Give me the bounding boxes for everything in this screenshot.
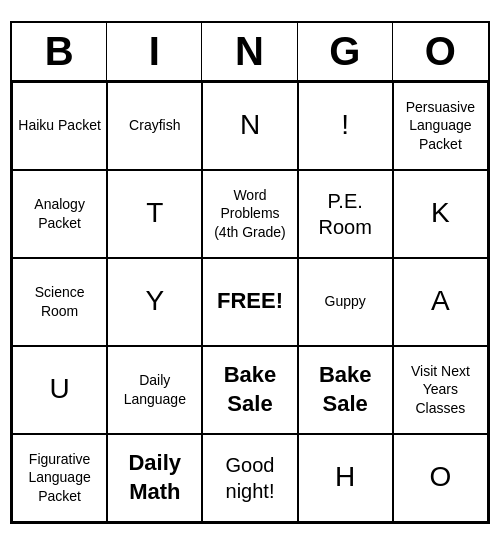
bingo-cell: Analogy Packet (12, 170, 107, 258)
bingo-cell: U (12, 346, 107, 434)
bingo-cell: A (393, 258, 488, 346)
bingo-cell: Guppy (298, 258, 393, 346)
bingo-cell: Y (107, 258, 202, 346)
bingo-cell: Figurative Language Packet (12, 434, 107, 522)
bingo-cell: ! (298, 82, 393, 170)
bingo-grid: Haiku PacketCrayfishN!Persuasive Languag… (12, 82, 488, 522)
bingo-card: BINGO Haiku PacketCrayfishN!Persuasive L… (10, 21, 490, 524)
bingo-cell: Good night! (202, 434, 297, 522)
bingo-cell: Haiku Packet (12, 82, 107, 170)
header-letter: G (298, 23, 393, 80)
header-letter: N (202, 23, 297, 80)
bingo-cell: Science Room (12, 258, 107, 346)
bingo-cell: T (107, 170, 202, 258)
bingo-cell: Bake Sale (202, 346, 297, 434)
bingo-header: BINGO (12, 23, 488, 82)
bingo-cell: K (393, 170, 488, 258)
header-letter: I (107, 23, 202, 80)
header-letter: O (393, 23, 488, 80)
bingo-cell: FREE! (202, 258, 297, 346)
bingo-cell: H (298, 434, 393, 522)
bingo-cell: Bake Sale (298, 346, 393, 434)
bingo-cell: Word Problems (4th Grade) (202, 170, 297, 258)
bingo-cell: O (393, 434, 488, 522)
bingo-cell: Daily Language (107, 346, 202, 434)
header-letter: B (12, 23, 107, 80)
bingo-cell: P.E. Room (298, 170, 393, 258)
bingo-cell: Crayfish (107, 82, 202, 170)
bingo-cell: Visit Next Years Classes (393, 346, 488, 434)
bingo-cell: Daily Math (107, 434, 202, 522)
bingo-cell: N (202, 82, 297, 170)
bingo-cell: Persuasive Language Packet (393, 82, 488, 170)
